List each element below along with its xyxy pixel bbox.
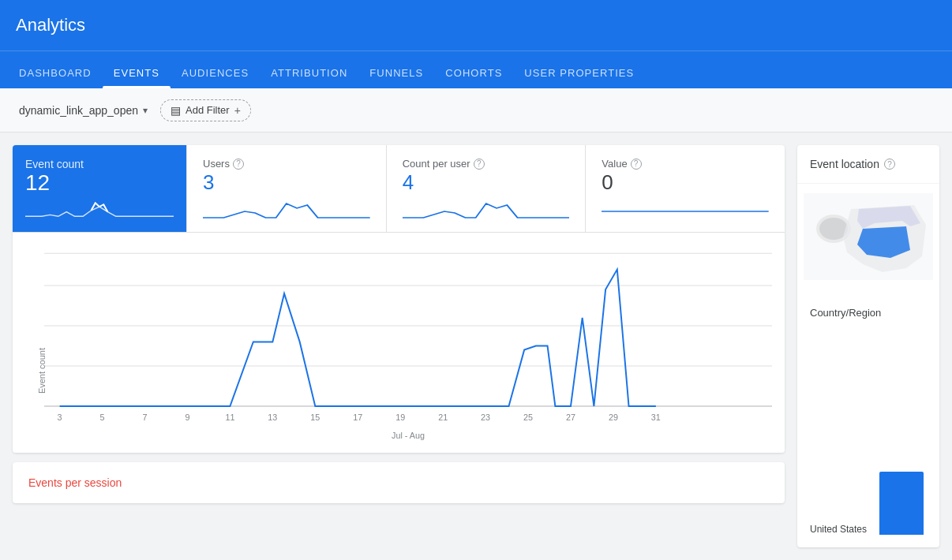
users-value: 3 [203, 170, 370, 195]
chevron-down-icon: ▾ [143, 105, 148, 116]
country-region-label: Country/Region [797, 297, 939, 323]
nav-funnels[interactable]: FUNNELS [358, 67, 434, 88]
svg-text:21: 21 [438, 413, 448, 422]
svg-text:15: 15 [310, 413, 320, 422]
stats-card: Event count 12 Users ? 3 [13, 145, 785, 453]
nav-audiences[interactable]: AUDIENCES [171, 67, 260, 88]
events-per-session-label: Events per session [28, 476, 122, 489]
nav-user-properties[interactable]: USER PROPERTIES [513, 67, 645, 88]
add-filter-label: Add Filter [186, 104, 230, 116]
nav-attribution[interactable]: ATTRIBUTION [260, 67, 358, 88]
app-title: Analytics [16, 15, 85, 35]
svg-text:7: 7 [143, 413, 148, 422]
left-panel: Event count 12 Users ? 3 [13, 145, 785, 547]
filter-icon: ▤ [171, 104, 181, 117]
top-header: Analytics [0, 0, 952, 50]
event-location-header: Event location ? [797, 145, 939, 184]
value-label: Value ? [602, 158, 769, 170]
event-count-sparkline [25, 196, 174, 219]
svg-text:27: 27 [566, 413, 575, 422]
svg-text:Jul - Aug: Jul - Aug [392, 431, 425, 440]
count-per-user-label: Count per user ? [403, 158, 570, 170]
event-count-label: Event count [25, 158, 174, 170]
value-help-icon[interactable]: ? [631, 159, 642, 170]
users-label: Users ? [203, 158, 370, 170]
event-location-label: Event location [810, 158, 879, 170]
y-axis-label: Event count [37, 348, 47, 394]
map-container [797, 193, 939, 288]
right-panel: Event location ? Country/Region [797, 145, 939, 547]
svg-text:9: 9 [185, 413, 189, 422]
value-stat: Value ? 0 [585, 145, 785, 232]
svg-text:3: 3 [58, 413, 62, 422]
main-chart-svg: 0 2 4 6 8 3 5 7 9 11 13 15 17 19 [44, 245, 772, 446]
country-bar-chart: United States [797, 333, 939, 547]
map-svg [804, 193, 933, 280]
event-location-help-icon[interactable]: ? [884, 159, 895, 170]
us-bar [879, 472, 924, 535]
svg-text:5: 5 [100, 413, 105, 422]
stats-row: Event count 12 Users ? 3 [13, 145, 785, 232]
svg-text:17: 17 [353, 413, 362, 422]
nav-bar: DASHBOARD EVENTS AUDIENCES ATTRIBUTION F… [0, 50, 952, 88]
svg-text:31: 31 [651, 413, 661, 422]
nav-dashboard[interactable]: DASHBOARD [8, 67, 103, 88]
main-chart-area: Event count 0 2 4 6 8 [13, 232, 785, 453]
svg-text:23: 23 [481, 413, 490, 422]
add-filter-button[interactable]: ▤ Add Filter + [160, 99, 251, 121]
value-sparkline [602, 196, 769, 219]
event-count-value: 12 [25, 170, 174, 196]
main-content: Event count 12 Users ? 3 [0, 133, 952, 560]
event-dropdown-label: dynamic_link_app_open [19, 104, 138, 117]
value-value: 0 [602, 170, 769, 195]
events-per-session-card: Events per session [13, 462, 785, 503]
svg-text:19: 19 [395, 413, 405, 422]
svg-text:13: 13 [268, 413, 277, 422]
count-per-user-help-icon[interactable]: ? [474, 159, 485, 170]
count-per-user-sparkline [403, 196, 570, 219]
event-dropdown[interactable]: dynamic_link_app_open ▾ [16, 99, 151, 121]
nav-cohorts[interactable]: COHORTS [434, 67, 513, 88]
event-count-stat: Event count 12 [13, 145, 186, 232]
nav-events[interactable]: EVENTS [103, 67, 171, 88]
svg-text:11: 11 [225, 413, 234, 422]
svg-text:29: 29 [609, 413, 618, 422]
users-sparkline [203, 196, 370, 219]
svg-text:25: 25 [523, 413, 533, 422]
users-stat: Users ? 3 [186, 145, 386, 232]
country-name: United States [810, 524, 873, 535]
us-bar-row: United States [810, 472, 927, 535]
plus-icon: + [234, 104, 241, 117]
filter-bar: dynamic_link_app_open ▾ ▤ Add Filter + [0, 88, 952, 133]
users-help-icon[interactable]: ? [233, 159, 244, 170]
count-per-user-value: 4 [403, 170, 570, 195]
count-per-user-stat: Count per user ? 4 [386, 145, 586, 232]
